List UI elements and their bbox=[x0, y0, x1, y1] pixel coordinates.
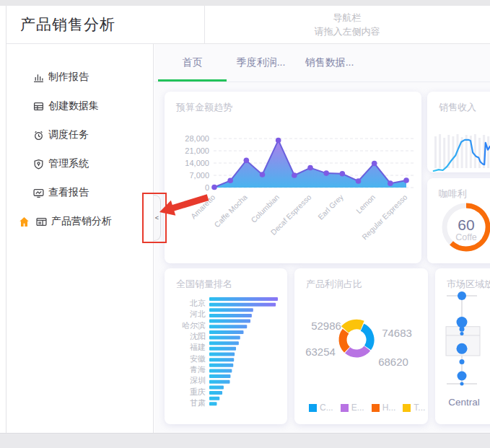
sidebar-item-label: 产品营销分析 bbox=[51, 215, 112, 228]
legend-label: E... bbox=[351, 403, 364, 413]
top-window-strip bbox=[0, 0, 490, 6]
svg-text:甘肃: 甘肃 bbox=[190, 398, 206, 407]
svg-text:7,000: 7,000 bbox=[189, 171, 209, 180]
sidebar: 制作报告 创建数据集 调度任务 管理系统 查看报告 产品营销分析 bbox=[6, 44, 154, 433]
sidebar-collapse-handle[interactable]: < bbox=[154, 195, 161, 241]
tab-sales-data[interactable]: 销售数据... bbox=[295, 44, 364, 82]
sidebar-item-label: 创建数据集 bbox=[48, 100, 99, 113]
budget-trend-title: 预算金额趋势 bbox=[176, 101, 232, 114]
svg-text:沈阳: 沈阳 bbox=[190, 332, 206, 341]
nav-hint: 请拖入左侧内容 bbox=[204, 25, 490, 38]
svg-text:河北: 河北 bbox=[190, 309, 206, 318]
svg-text:52986: 52986 bbox=[311, 320, 341, 332]
view-report-icon bbox=[33, 188, 44, 198]
legend-label: T... bbox=[414, 403, 425, 413]
dashboard-icon bbox=[36, 216, 47, 227]
sales-income-title: 销售收入 bbox=[439, 101, 476, 114]
sidebar-item-label: 制作报告 bbox=[48, 71, 89, 84]
market-region-card: 市场区域放 Central bbox=[435, 268, 490, 424]
svg-text:14,000: 14,000 bbox=[185, 159, 209, 167]
svg-text:63254: 63254 bbox=[305, 346, 336, 358]
header: 产品销售分析 导航栏 请拖入左侧内容 bbox=[6, 6, 490, 44]
tab-quarter-profit[interactable]: 季度利润... bbox=[227, 44, 295, 82]
svg-text:青海: 青海 bbox=[190, 365, 206, 374]
admin-icon bbox=[33, 159, 44, 170]
coffee-profit-title: 咖啡利 bbox=[439, 188, 467, 201]
svg-text:安徽: 安徽 bbox=[190, 354, 206, 363]
svg-text:21,000: 21,000 bbox=[185, 146, 209, 155]
svg-text:深圳: 深圳 bbox=[190, 376, 206, 385]
svg-text:Central: Central bbox=[448, 397, 480, 408]
nav-title: 导航栏 bbox=[204, 11, 490, 25]
sidebar-item-label: 调度任务 bbox=[48, 128, 89, 141]
svg-text:北京: 北京 bbox=[189, 299, 206, 307]
bottom-window-strip bbox=[0, 433, 490, 448]
sidebar-item-create-dataset[interactable]: 创建数据集 bbox=[6, 92, 153, 120]
sidebar-item-schedule-task[interactable]: 调度任务 bbox=[6, 120, 153, 149]
legend-swatch bbox=[403, 404, 411, 412]
dashboard-content: 首页 季度利润... 销售数据... 预算金额趋势 07,00014,00021… bbox=[154, 44, 490, 433]
svg-text:60: 60 bbox=[458, 216, 474, 233]
sidebar-item-view-report[interactable]: 查看报告 bbox=[6, 178, 153, 207]
schedule-icon bbox=[33, 130, 44, 141]
sales-income-card: 销售收入 bbox=[427, 92, 490, 172]
sidebar-item-admin-system[interactable]: 管理系统 bbox=[6, 149, 153, 178]
svg-text:68620: 68620 bbox=[378, 356, 408, 368]
svg-text:Caffe Mocha: Caffe Mocha bbox=[212, 193, 249, 229]
svg-text:Columbian: Columbian bbox=[249, 193, 281, 224]
svg-text:Earl Grey: Earl Grey bbox=[316, 192, 345, 221]
svg-text:Lemon: Lemon bbox=[354, 193, 377, 215]
svg-text:28,000: 28,000 bbox=[185, 134, 209, 143]
svg-text:福建: 福建 bbox=[190, 343, 206, 351]
home-icon bbox=[19, 216, 30, 227]
dataset-icon bbox=[33, 101, 44, 112]
legend-swatch bbox=[341, 404, 349, 412]
legend-label: H... bbox=[382, 403, 396, 413]
tab-home[interactable]: 首页 bbox=[158, 44, 227, 82]
national-ranking-title: 全国销量排名 bbox=[176, 278, 232, 291]
budget-trend-card: 预算金额趋势 07,00014,00021,00028,000AmarettoC… bbox=[165, 92, 421, 263]
tab-bar: 首页 季度利润... 销售数据... bbox=[154, 44, 490, 82]
product-profit-title: 产品利润占比 bbox=[306, 278, 362, 291]
svg-text:Amaretto: Amaretto bbox=[189, 193, 217, 221]
national-ranking-bar-chart[interactable]: 北京河北哈尔滨沈阳福建安徽青海深圳重庆甘肃 bbox=[165, 268, 287, 424]
coffee-profit-card: 咖啡利 60Coffe bbox=[427, 178, 490, 263]
legend-swatch bbox=[372, 404, 380, 412]
budget-trend-area-chart[interactable]: 07,00014,00021,00028,000AmarettoCaffe Mo… bbox=[165, 92, 421, 263]
sidebar-item-make-report[interactable]: 制作报告 bbox=[6, 63, 153, 92]
svg-text:0: 0 bbox=[205, 183, 209, 192]
svg-text:74683: 74683 bbox=[382, 327, 412, 339]
report-icon bbox=[33, 72, 44, 83]
legend-swatch bbox=[309, 404, 317, 412]
legend-label: C... bbox=[320, 403, 333, 413]
product-profit-card: 产品利润占比 52986746836862063254 C...E...H...… bbox=[294, 268, 428, 424]
svg-text:哈尔滨: 哈尔滨 bbox=[182, 321, 206, 330]
svg-text:Coffe: Coffe bbox=[455, 232, 477, 242]
page-title: 产品销售分析 bbox=[20, 14, 115, 35]
nav-placeholder: 导航栏 请拖入左侧内容 bbox=[204, 11, 490, 38]
national-ranking-card: 全国销量排名 北京河北哈尔滨沈阳福建安徽青海深圳重庆甘肃 bbox=[165, 268, 287, 424]
market-region-boxplot[interactable]: Central bbox=[435, 268, 490, 424]
market-region-title: 市场区域放 bbox=[447, 278, 490, 291]
svg-text:重庆: 重庆 bbox=[190, 387, 206, 396]
sidebar-item-label: 查看报告 bbox=[48, 186, 89, 199]
donut-legend: C...E...H...T... bbox=[305, 403, 425, 413]
sidebar-item-label: 管理系统 bbox=[48, 157, 89, 170]
chevron-left-icon: < bbox=[155, 214, 159, 221]
sidebar-item-product-marketing[interactable]: 产品营销分析 bbox=[6, 207, 153, 236]
